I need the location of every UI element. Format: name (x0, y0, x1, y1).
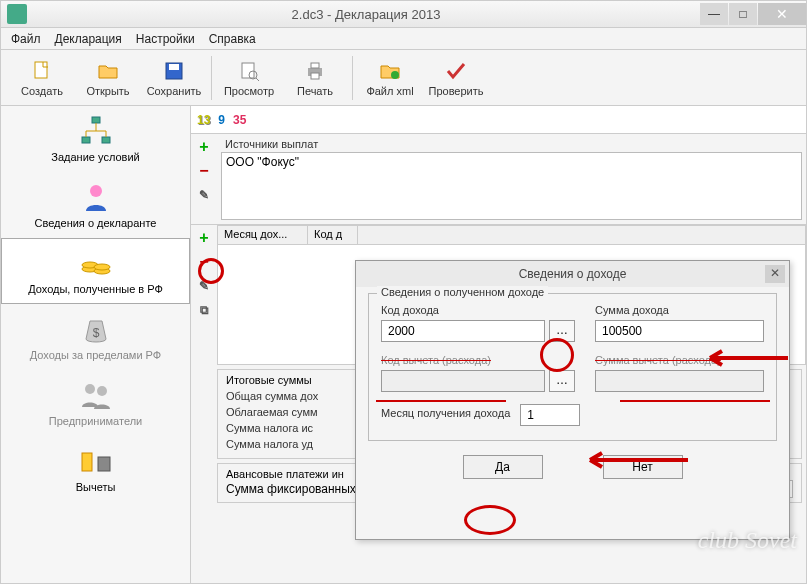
sum-label: Сумма дохода (595, 304, 764, 316)
svg-point-9 (391, 71, 399, 79)
tree-icon (78, 115, 114, 147)
close-button[interactable]: ✕ (758, 3, 806, 25)
sidebar-item-conditions[interactable]: Задание условий (1, 106, 190, 172)
xml-icon (378, 59, 402, 83)
svg-point-19 (85, 384, 95, 394)
col-code: Код д (308, 226, 358, 244)
svg-rect-21 (82, 453, 92, 471)
cancel-button[interactable]: Нет (603, 455, 683, 479)
income-grid-header: Месяц дох... Код д (217, 225, 806, 245)
sources-label: Источники выплат (225, 138, 802, 150)
svg-rect-7 (311, 63, 319, 68)
people-icon (78, 379, 114, 411)
rate-tabs: 13 9 35 (191, 106, 806, 134)
fieldset-legend: Сведения о полученном доходе (377, 286, 548, 298)
code-picker-button[interactable]: … (549, 320, 575, 342)
ded-code-input (381, 370, 545, 392)
save-icon (162, 59, 186, 83)
svg-rect-11 (82, 137, 90, 143)
check-icon (444, 59, 468, 83)
income-edit-button[interactable]: ✎ (195, 277, 213, 295)
folder-open-icon (96, 59, 120, 83)
dialog-title: Сведения о доходе ✕ (356, 261, 789, 287)
svg-point-17 (94, 264, 110, 270)
svg-rect-8 (311, 73, 319, 79)
coins-icon (78, 247, 114, 279)
income-delete-button[interactable]: − (195, 253, 213, 271)
create-button[interactable]: Создать (13, 53, 71, 103)
source-edit-button[interactable]: ✎ (195, 186, 213, 204)
income-copy-button[interactable]: ⧉ (195, 301, 213, 319)
svg-line-5 (256, 78, 259, 81)
toolbar: Создать Открыть Сохранить Просмотр Печат… (0, 50, 807, 106)
dialog-close-button[interactable]: ✕ (765, 265, 785, 283)
person-icon (78, 181, 114, 213)
deductions-icon (78, 445, 114, 477)
titlebar: 2.dc3 - Декларация 2013 — □ ✕ (0, 0, 807, 28)
ded-sum-label: Сумма вычета (расхода) (595, 354, 764, 366)
save-button[interactable]: Сохранить (145, 53, 203, 103)
maximize-button[interactable]: □ (729, 3, 757, 25)
open-button[interactable]: Открыть (79, 53, 137, 103)
source-item[interactable]: ООО "Фокус" (226, 155, 797, 169)
ded-code-label: Код вычета (расхода) (381, 354, 575, 366)
month-label: Месяц получения дохода (381, 407, 510, 419)
code-label: Код дохода (381, 304, 575, 316)
window-title: 2.dc3 - Декларация 2013 (33, 7, 699, 22)
sidebar: Задание условий Сведения о декларанте До… (1, 106, 191, 583)
print-button[interactable]: Печать (286, 53, 344, 103)
svg-text:$: $ (92, 326, 99, 340)
printer-icon (303, 59, 327, 83)
sidebar-item-income-abroad[interactable]: $ Доходы за пределами РФ (1, 304, 190, 370)
code-input[interactable] (381, 320, 545, 342)
income-dialog: Сведения о доходе ✕ Сведения о полученно… (355, 260, 790, 540)
preview-button[interactable]: Просмотр (220, 53, 278, 103)
svg-rect-10 (92, 117, 100, 123)
menubar: Файл Декларация Настройки Справка (0, 28, 807, 50)
month-input[interactable] (520, 404, 580, 426)
ded-sum-input (595, 370, 764, 392)
menu-file[interactable]: Файл (11, 32, 41, 46)
preview-icon (237, 59, 261, 83)
money-bag-icon: $ (78, 313, 114, 345)
menu-declaration[interactable]: Декларация (55, 32, 122, 46)
source-delete-button[interactable]: − (195, 162, 213, 180)
svg-rect-0 (35, 62, 47, 78)
app-icon (7, 4, 27, 24)
menu-help[interactable]: Справка (209, 32, 256, 46)
sidebar-item-entrepreneurs[interactable]: Предприниматели (1, 370, 190, 436)
source-add-button[interactable]: + (195, 138, 213, 156)
check-button[interactable]: Проверить (427, 53, 485, 103)
sidebar-item-declarant[interactable]: Сведения о декларанте (1, 172, 190, 238)
income-add-button[interactable]: + (195, 229, 213, 247)
sidebar-item-deductions[interactable]: Вычеты (1, 436, 190, 502)
col-month: Месяц дох... (218, 226, 308, 244)
rate-9[interactable]: 9 (218, 113, 225, 127)
ded-code-picker-button: … (549, 370, 575, 392)
sidebar-item-income-rf[interactable]: Доходы, полученные в РФ (1, 238, 190, 304)
document-new-icon (30, 59, 54, 83)
svg-point-20 (97, 386, 107, 396)
svg-rect-22 (98, 457, 110, 471)
svg-rect-12 (102, 137, 110, 143)
svg-point-13 (90, 185, 102, 197)
file-xml-button[interactable]: Файл xml (361, 53, 419, 103)
rate-13[interactable]: 13 (197, 113, 210, 127)
sources-list[interactable]: ООО "Фокус" (221, 152, 802, 220)
ok-button[interactable]: Да (463, 455, 543, 479)
menu-settings[interactable]: Настройки (136, 32, 195, 46)
svg-rect-3 (242, 63, 254, 78)
rate-35[interactable]: 35 (233, 113, 246, 127)
sum-input[interactable] (595, 320, 764, 342)
svg-rect-2 (169, 64, 179, 70)
minimize-button[interactable]: — (700, 3, 728, 25)
